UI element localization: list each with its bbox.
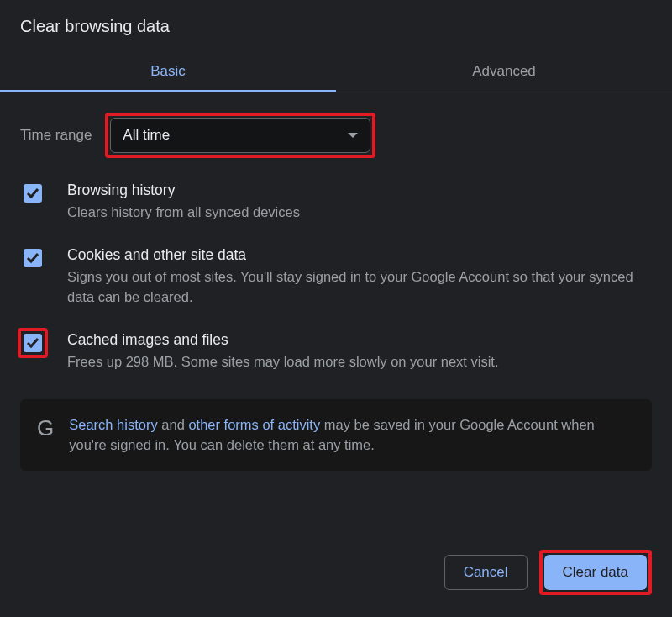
checkbox-cache-highlight bbox=[18, 328, 48, 358]
time-range-row: Time range All time bbox=[20, 113, 652, 158]
google-account-notice: G Search history and other forms of acti… bbox=[20, 399, 652, 472]
option-cache: Cached images and files Frees up 298 MB.… bbox=[20, 331, 652, 372]
clear-data-button[interactable]: Clear data bbox=[544, 555, 647, 590]
clear-browsing-data-dialog: Clear browsing data Basic Advanced Time … bbox=[0, 0, 672, 617]
other-activity-link[interactable]: other forms of activity bbox=[188, 417, 320, 432]
search-history-link[interactable]: Search history bbox=[69, 417, 157, 432]
time-range-value: All time bbox=[123, 127, 170, 144]
checkbox-browsing-history[interactable] bbox=[24, 184, 42, 203]
tab-advanced[interactable]: Advanced bbox=[336, 51, 672, 92]
option-cookies: Cookies and other site data Signs you ou… bbox=[20, 246, 652, 308]
option-browsing-history: Browsing history Clears history from all… bbox=[20, 182, 652, 223]
chevron-down-icon bbox=[348, 133, 358, 138]
option-title: Cached images and files bbox=[67, 331, 652, 349]
option-description: Clears history from all synced devices bbox=[67, 203, 652, 223]
option-description: Frees up 298 MB. Some sites may load mor… bbox=[67, 352, 652, 372]
tabs: Basic Advanced bbox=[0, 51, 672, 92]
tab-basic[interactable]: Basic bbox=[0, 51, 336, 92]
checkbox-cookies[interactable] bbox=[24, 249, 42, 267]
option-title: Browsing history bbox=[67, 182, 652, 199]
option-description: Signs you out of most sites. You'll stay… bbox=[67, 267, 652, 308]
time-range-highlight: All time bbox=[105, 113, 375, 158]
check-icon bbox=[26, 336, 39, 350]
time-range-select[interactable]: All time bbox=[110, 118, 370, 153]
check-icon bbox=[26, 251, 39, 265]
cancel-button[interactable]: Cancel bbox=[444, 555, 528, 590]
notice-text: Search history and other forms of activi… bbox=[69, 414, 635, 456]
clear-data-highlight: Clear data bbox=[539, 550, 652, 595]
time-range-label: Time range bbox=[20, 127, 92, 144]
google-g-icon: G bbox=[37, 414, 54, 439]
checkbox-cache[interactable] bbox=[24, 334, 42, 352]
option-title: Cookies and other site data bbox=[67, 246, 652, 264]
check-icon bbox=[26, 187, 39, 200]
dialog-buttons: Cancel Clear data bbox=[444, 550, 652, 595]
dialog-title: Clear browsing data bbox=[20, 17, 652, 51]
